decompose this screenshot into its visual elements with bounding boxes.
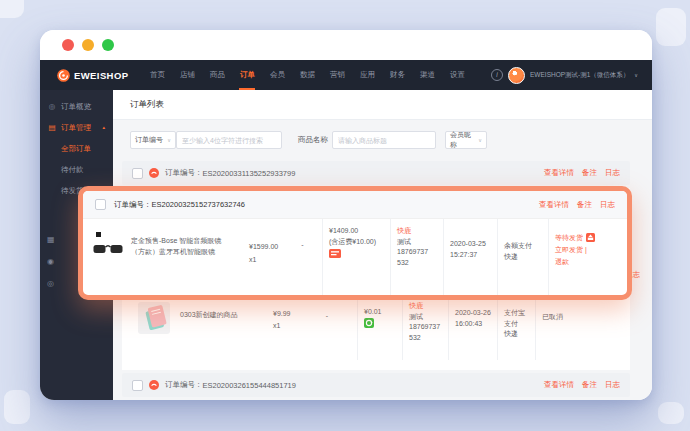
top-navigation: 首页 店铺 商品 订单 会员 数据 营销 应用 财务 渠道 设置 (142, 60, 472, 90)
avatar[interactable] (508, 67, 525, 84)
green-pay-badge-icon (364, 318, 374, 328)
nav-item-finance[interactable]: 财务 (382, 60, 412, 90)
total-price-cell: ¥0.01 (357, 296, 402, 360)
order-channel-icon (149, 168, 159, 178)
log-link[interactable]: 日志 (605, 380, 620, 390)
app-logo[interactable]: EWEISHOP (57, 69, 128, 82)
account-name[interactable]: EWEISHOP测试-测1（微信体系） (530, 71, 629, 80)
nav-item-channels[interactable]: 渠道 (412, 60, 442, 90)
view-detail-link[interactable]: 查看详情 (539, 200, 569, 210)
order-checkbox[interactable] (132, 168, 143, 179)
empty-cell-dash: - (307, 312, 347, 319)
order-actions: 查看详情 备注 日志 (544, 168, 620, 178)
order-no-value: ES20200325152737632746 (152, 200, 245, 209)
status-cell: 已取消 (535, 296, 621, 360)
delivery-method: 快递 (504, 252, 542, 263)
status-cell: 等待发货 立即发货 | 退款 (548, 219, 627, 295)
circle-menu-icon: ◉ (47, 257, 54, 266)
product-title[interactable]: 定金预售-Bose 智能音频眼镜（方款）蓝牙耳机智能眼镜 (131, 236, 235, 258)
close-window-button[interactable] (62, 39, 74, 51)
log-link[interactable]: 日志 (600, 200, 615, 210)
buyer-nickname[interactable]: 快鹿 (397, 226, 431, 237)
refund-link[interactable]: 退款 (555, 256, 621, 268)
sidebar-item-label: 全部订单 (61, 144, 91, 154)
chevron-down-icon: ∨ (478, 137, 482, 143)
nav-item-orders[interactable]: 订单 (232, 60, 262, 90)
nav-item-home[interactable]: 首页 (142, 60, 172, 90)
sidebar-item-pending-payment[interactable]: 待付款 (40, 159, 113, 180)
highlighted-order-body: 定金预售-Bose 智能音频眼镜（方款）蓝牙耳机智能眼镜 ¥1599.00 x1… (83, 219, 627, 295)
order-checkbox[interactable] (132, 380, 143, 391)
view-detail-link[interactable]: 查看详情 (544, 168, 574, 178)
product-title[interactable]: 0303新创建的商品 (180, 310, 250, 321)
ship-now-link[interactable]: 立即发货 | (555, 244, 621, 256)
total-price-cell: ¥1409.00 (含运费¥10.00) (322, 219, 390, 295)
eweishop-flame-icon (57, 69, 70, 82)
info-icon[interactable]: i (491, 69, 503, 81)
product-image-sunglasses[interactable] (93, 232, 123, 258)
header-right-area: i EWEISHOP测试-测1（微信体系） ∨ (491, 67, 652, 84)
remark-link[interactable]: 备注 (577, 200, 592, 210)
filter-bar: 订单编号 ∨ 商品名称 会员昵称 ∨ (130, 131, 487, 149)
nav-item-settings[interactable]: 设置 (442, 60, 472, 90)
sidebar-item-order-overview[interactable]: ◎ 订单概览 (40, 96, 113, 117)
status-text: 等待发货 (555, 232, 583, 244)
total-price: ¥0.01 (364, 308, 396, 315)
created-time-cell: 2020-03-25 15:27:37 (443, 219, 497, 295)
member-nickname-select[interactable]: 会员昵称 ∨ (445, 131, 487, 149)
product-cell: 定金预售-Bose 智能音频眼镜（方款）蓝牙耳机智能眼镜 (83, 219, 243, 295)
chevron-up-icon: ▲ (102, 125, 106, 130)
view-detail-link[interactable]: 查看详情 (544, 380, 574, 390)
payment-cell: 余额支付 快递 (497, 219, 548, 295)
order-no-value: ES20200326155444851719 (203, 381, 296, 390)
buyer-nickname[interactable]: 快鹿 (409, 301, 442, 312)
quantity: x1 (249, 254, 277, 267)
buyer-cell: 快鹿 测试 18769737532 (390, 219, 443, 295)
order-row-header-1: 订单编号： ES20200331135252933799 查看详情 备注 日志 (122, 161, 630, 185)
order-actions: 查看详情 备注 日志 (544, 380, 620, 390)
decorative-shape (4, 390, 30, 424)
nav-item-orders-label: 订单 (240, 70, 255, 79)
member-nickname-select-value: 会员昵称 (450, 130, 475, 150)
total-price: ¥1409.00 (329, 226, 384, 237)
product-title-input[interactable] (332, 131, 436, 149)
order-overview-icon: ◎ (47, 102, 57, 111)
sidebar-item-all-orders[interactable]: 全部订单 (40, 138, 113, 159)
decorative-shape (656, 8, 686, 46)
nav-item-data[interactable]: 数据 (292, 60, 322, 90)
order-actions: 查看详情 备注 日志 (539, 200, 615, 210)
quantity: x1 (273, 320, 291, 332)
zoom-window-button[interactable] (102, 39, 114, 51)
nav-item-apps[interactable]: 应用 (352, 60, 382, 90)
order-no-value: ES20200331135252933799 (203, 169, 296, 178)
product-image-notebooks[interactable] (138, 302, 170, 334)
decorative-shape (0, 0, 24, 18)
remark-link[interactable]: 备注 (582, 380, 597, 390)
highlighted-order-popup: 订单编号： ES20200325152737632746 查看详情 备注 日志 … (78, 186, 632, 300)
remark-link[interactable]: 备注 (582, 168, 597, 178)
unit-price: ¥9.99 (273, 308, 291, 320)
order-checkbox[interactable] (95, 199, 106, 210)
screenshot-stage: EWEISHOP 首页 店铺 商品 订单 会员 数据 营销 应用 财务 渠道 设… (0, 0, 690, 431)
product-name-label: 商品名称 (298, 135, 328, 145)
log-link[interactable]: 日志 (605, 168, 620, 178)
price-qty-cell: ¥9.99 x1 (273, 308, 291, 332)
order-no-label: 订单编号： (114, 200, 152, 210)
minimize-window-button[interactable] (82, 39, 94, 51)
pay-method: 余额支付 (504, 241, 542, 252)
buyer-phone: 18769737532 (397, 247, 431, 268)
nav-item-members[interactable]: 会员 (262, 60, 292, 90)
chevron-down-icon[interactable]: ∨ (634, 72, 638, 78)
pay-method: 支付宝支付 (504, 308, 529, 329)
order-no-type-select[interactable]: 订单编号 ∨ (130, 131, 176, 149)
buyer-name: 测试 (409, 312, 442, 323)
nav-item-products[interactable]: 商品 (202, 60, 232, 90)
order-row-2: 0303新创建的商品 ¥9.99 x1 - ¥0.01 (122, 296, 630, 360)
order-no-label: 订单编号： (165, 380, 203, 390)
buyer-phone: 18769737532 (409, 322, 442, 343)
nav-item-marketing[interactable]: 营销 (322, 60, 352, 90)
order-manage-icon: ▤ (47, 123, 57, 132)
nav-item-shop[interactable]: 店铺 (172, 60, 202, 90)
order-no-search-input[interactable] (176, 131, 282, 149)
sidebar-item-order-manage[interactable]: ▤ 订单管理 ▲ (40, 117, 113, 138)
